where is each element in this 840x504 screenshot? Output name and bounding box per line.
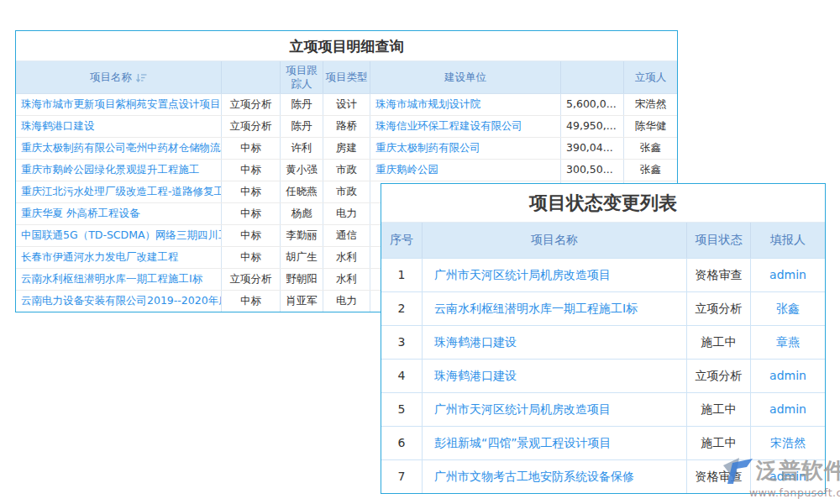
tracker-cell: 野朝阳 — [281, 269, 323, 290]
project-name-link[interactable]: 彭祖新城“四馆”景观工程设计项目 — [423, 427, 687, 459]
project-name-link[interactable]: 珠海鹤港口建设 — [16, 116, 222, 137]
tracker-cell: 黄小强 — [281, 160, 323, 181]
project-type-cell: 房建 — [323, 138, 370, 159]
project-name-link[interactable]: 重庆江北污水处理厂级改造工程-道路修复工程 — [16, 181, 222, 202]
project-status-cell: 立项分析 — [222, 116, 281, 137]
tracker-cell: 胡广生 — [281, 247, 323, 268]
project-status-cell: 施工中 — [687, 427, 751, 459]
project-status-cell: 中标 — [222, 203, 281, 224]
status-table-body: 1广州市天河区统计局机房改造项目资格审查admin2云南水利枢纽潜明水库一期工程… — [381, 258, 825, 493]
tracker-cell: 杨彪 — [281, 203, 323, 224]
project-status-cell: 立项分析 — [222, 94, 281, 115]
project-name-link[interactable]: 重庆华夏 外高桥工程设备 — [16, 203, 222, 224]
project-type-cell: 设计 — [323, 94, 370, 115]
tracker-cell: 肖亚军 — [281, 291, 323, 312]
project-name-link[interactable]: 中国联通5G（TD-SCDMA）网络三期四川工程 — [16, 225, 222, 246]
reporter-link[interactable]: 章燕 — [751, 326, 825, 359]
table-row: 重庆太极制药有限公司亳州中药材仓储物流基地中标许利房建重庆太极制药有限公司390… — [16, 137, 677, 159]
tracker-cell: 许利 — [281, 138, 323, 159]
project-status-cell: 中标 — [222, 247, 281, 268]
amount-cell: 5,600,0... — [561, 94, 624, 115]
project-name-link[interactable]: 珠海鹤港口建设 — [423, 360, 687, 392]
project-status-cell: 中标 — [222, 160, 281, 181]
org-link[interactable]: 重庆鹅岭公园 — [370, 160, 561, 181]
table-row: 6彭祖新城“四馆”景观工程设计项目施工中宋浩然 — [381, 426, 825, 459]
column-header-project-name[interactable]: 项目名称 — [16, 61, 222, 93]
tracker-cell: 任晓燕 — [281, 181, 323, 202]
column-header-amount — [561, 61, 624, 93]
column-header-type: 项目类型 — [323, 61, 370, 93]
org-link[interactable]: 重庆太极制药有限公司 — [370, 138, 561, 159]
reporter-link[interactable]: 张鑫 — [751, 292, 825, 325]
project-name-link[interactable]: 重庆太极制药有限公司亳州中药材仓储物流基地 — [16, 138, 222, 159]
creator-cell: 宋浩然 — [624, 94, 677, 115]
row-number-cell: 6 — [381, 427, 423, 459]
row-number-cell: 4 — [381, 360, 423, 392]
row-number-cell: 1 — [381, 259, 423, 291]
org-link[interactable]: 珠海信业环保工程建设有限公司 — [370, 116, 561, 137]
status-table-header: 序号 项目名称 项目状态 填报人 — [381, 222, 825, 258]
table-row: 5广州市天河区统计局机房改造项目施工中admin — [381, 392, 825, 426]
table-row: 2云南水利枢纽潜明水库一期工程施工I标立项分析张鑫 — [381, 291, 825, 325]
project-name-link[interactable]: 广州市天河区统计局机房改造项目 — [423, 259, 687, 291]
reporter-link[interactable]: admin — [751, 393, 825, 426]
project-status-cell: 施工中 — [687, 326, 751, 359]
project-name-link[interactable]: 云南电力设备安装有限公司2019--2020年度劳务 — [16, 291, 222, 312]
column-header-org: 建设单位 — [370, 61, 561, 93]
amount-cell: 300,50... — [561, 160, 624, 181]
project-name-link[interactable]: 广州市文物考古工地安防系统设备保修 — [423, 460, 687, 493]
table-row: 重庆市鹅岭公园绿化景观提升工程施工中标黄小强市政重庆鹅岭公园300,50...张… — [16, 159, 677, 181]
project-name-link[interactable]: 云南水利枢纽潜明水库一期工程施工I标 — [16, 269, 222, 290]
row-number-cell: 7 — [381, 460, 423, 493]
project-name-link[interactable]: 云南水利枢纽潜明水库一期工程施工I标 — [423, 292, 687, 325]
project-name-link[interactable]: 珠海市城市更新项目紫桐苑安置点设计项目 — [16, 94, 222, 115]
org-link[interactable]: 珠海市城市规划设计院 — [370, 94, 561, 115]
column-header-tracker: 项目跟踪人 — [281, 61, 323, 93]
column-header-creator: 立项人 — [624, 61, 677, 93]
project-type-cell: 市政 — [323, 160, 370, 181]
row-number-cell: 5 — [381, 393, 423, 426]
project-name-link[interactable]: 长春市伊通河水力发电厂改建工程 — [16, 247, 222, 268]
column-header-project-name: 项目名称 — [423, 223, 687, 258]
reporter-link[interactable]: 宋浩然 — [751, 427, 825, 459]
detail-table-title: 立项项目明细查询 — [16, 31, 677, 61]
creator-cell: 张鑫 — [624, 138, 677, 159]
project-status-cell: 中标 — [222, 181, 281, 202]
sort-icon[interactable] — [136, 73, 147, 82]
column-header-label: 项目名称 — [90, 71, 132, 84]
project-type-cell: 市政 — [323, 181, 370, 202]
project-status-cell: 资格审查 — [687, 460, 751, 493]
project-name-link[interactable]: 广州市天河区统计局机房改造项目 — [423, 393, 687, 426]
reporter-link[interactable]: admin — [751, 259, 825, 291]
table-row: 4珠海鹤港口建设立项分析admin — [381, 359, 825, 392]
project-status-cell: 资格审查 — [687, 259, 751, 291]
table-row: 珠海市城市更新项目紫桐苑安置点设计项目立项分析陈丹设计珠海市城市规划设计院5,6… — [16, 93, 677, 115]
row-number-cell: 2 — [381, 292, 423, 325]
creator-cell: 陈华健 — [624, 116, 677, 137]
project-status-cell: 中标 — [222, 291, 281, 312]
row-number-cell: 3 — [381, 326, 423, 359]
detail-table-header: 项目名称 项目跟踪人 项目类型 建设单位 立项人 — [16, 61, 677, 93]
project-status-cell: 中标 — [222, 138, 281, 159]
amount-cell: 390,04... — [561, 138, 624, 159]
column-header-no: 序号 — [381, 223, 423, 258]
project-type-cell: 电力 — [323, 291, 370, 312]
project-status-cell: 立项分析 — [687, 292, 751, 325]
project-type-cell: 通信 — [323, 225, 370, 246]
project-type-cell: 水利 — [323, 247, 370, 268]
project-status-cell: 施工中 — [687, 393, 751, 426]
table-row: 1广州市天河区统计局机房改造项目资格审查admin — [381, 258, 825, 291]
project-name-link[interactable]: 珠海鹤港口建设 — [423, 326, 687, 359]
tracker-cell: 陈丹 — [281, 116, 323, 137]
column-header-status — [222, 61, 281, 93]
project-status-cell: 立项分析 — [222, 269, 281, 290]
reporter-link[interactable]: admin — [751, 360, 825, 392]
reporter-link[interactable]: admin — [751, 460, 825, 493]
project-name-link[interactable]: 重庆市鹅岭公园绿化景观提升工程施工 — [16, 160, 222, 181]
status-table: 项目状态变更列表 序号 项目名称 项目状态 填报人 1广州市天河区统计局机房改造… — [381, 183, 826, 494]
table-row: 7广州市文物考古工地安防系统设备保修资格审查admin — [381, 459, 825, 493]
project-type-cell: 水利 — [323, 269, 370, 290]
column-header-status: 项目状态 — [687, 223, 751, 258]
tracker-cell: 李勤丽 — [281, 225, 323, 246]
table-row: 珠海鹤港口建设立项分析陈丹路桥珠海信业环保工程建设有限公司49,950,...陈… — [16, 115, 677, 137]
